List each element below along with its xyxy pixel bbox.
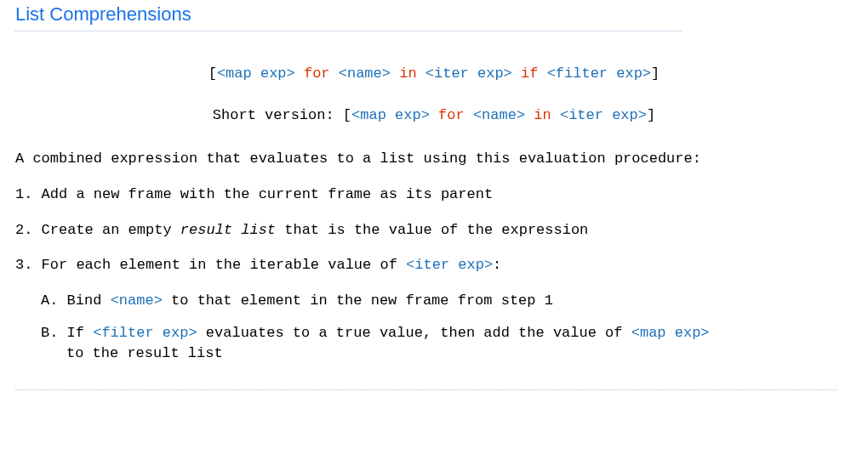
- substep-b: B. If <filter exp> evaluates to a true v…: [41, 323, 853, 364]
- short-label: Short version:: [213, 107, 343, 123]
- keyword-for: for: [430, 107, 473, 123]
- bracket-close: ]: [647, 107, 655, 123]
- step-3: 3. For each element in the iterable valu…: [15, 255, 853, 275]
- syntax-full: [<map exp> for <name> in <iter exp> if <…: [15, 65, 853, 82]
- step-3-ph: <iter exp>: [406, 257, 493, 273]
- bracket-open: [: [343, 107, 351, 123]
- bracket-close: ]: [651, 65, 660, 82]
- step-3-a: 3. For each element in the iterable valu…: [15, 257, 406, 273]
- keyword-for: for: [295, 65, 339, 82]
- step-2-c: that is the value of the expression: [276, 222, 588, 238]
- keyword-in: in: [391, 65, 425, 82]
- content: A combined expression that evaluates to …: [15, 149, 853, 364]
- intro-text: A combined expression that evaluates to …: [15, 149, 853, 169]
- step-1: 1. Add a new frame with the current fram…: [15, 184, 853, 205]
- step-2-a: 2. Create an empty: [15, 222, 180, 238]
- step-2: 2. Create an empty result list that is t…: [15, 220, 853, 241]
- placeholder-iter: <iter exp>: [560, 107, 647, 123]
- sub-b-1: B. If: [41, 325, 93, 341]
- sub-a-3: to that element in the new frame from st…: [163, 292, 553, 309]
- syntax-short: Short version: [<map exp> for <name> in …: [15, 107, 853, 123]
- sub-b-ph1: <filter exp>: [93, 325, 197, 341]
- bracket-open: [: [208, 65, 217, 82]
- sub-b-ph2: <map exp>: [631, 325, 710, 341]
- syntax-block: [<map exp> for <name> in <iter exp> if <…: [15, 65, 853, 123]
- placeholder-filter: <filter exp>: [547, 65, 651, 82]
- placeholder-name: <name>: [473, 107, 525, 123]
- placeholder-name: <name>: [339, 65, 391, 82]
- divider: [15, 389, 837, 390]
- sub-a-1: A. Bind: [41, 292, 111, 309]
- sub-b-5: to the result list: [66, 345, 223, 361]
- keyword-if: if: [512, 65, 547, 82]
- sub-b-3: evaluates to a true value, then add the …: [197, 325, 631, 341]
- page-title: List Comprehensions: [15, 3, 682, 31]
- keyword-in: in: [525, 107, 560, 123]
- placeholder-map: <map exp>: [351, 107, 430, 123]
- step-2-emph: result list: [180, 222, 276, 238]
- step-3-c: :: [493, 257, 501, 273]
- placeholder-iter: <iter exp>: [425, 65, 512, 82]
- substep-a: A. Bind <name> to that element in the ne…: [41, 291, 853, 311]
- sub-a-ph: <name>: [111, 292, 163, 309]
- placeholder-map: <map exp>: [217, 65, 295, 82]
